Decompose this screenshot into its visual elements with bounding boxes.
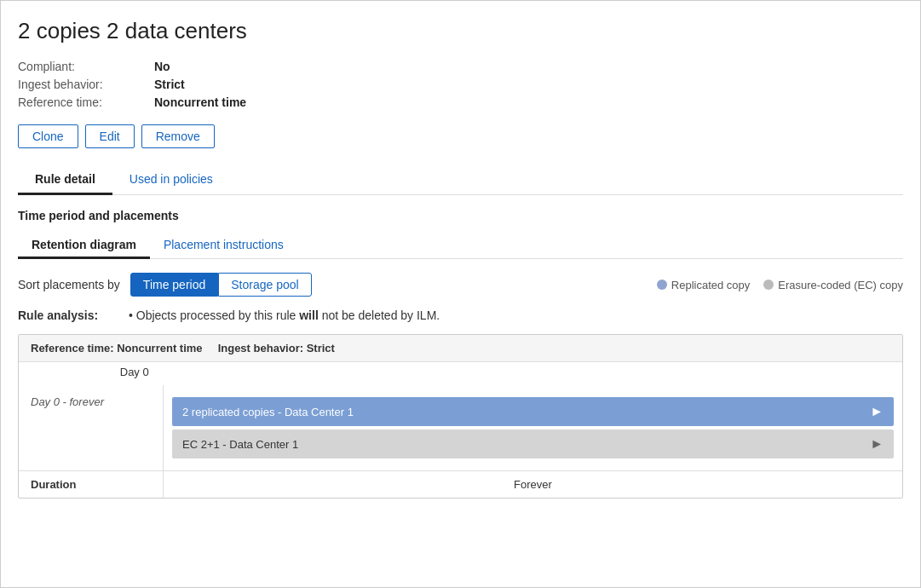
legend: Replicated copy Erasure-coded (EC) copy — [657, 279, 903, 291]
outer-tabs: Rule detail Used in policies — [18, 165, 903, 195]
placement-bar-2[interactable]: EC 2+1 - Data Center 1 ► — [172, 429, 894, 458]
rule-analysis-text: • Objects processed by this rule will no… — [129, 308, 440, 322]
sub-tab-retention[interactable]: Retention diagram — [18, 233, 150, 259]
legend-erasure: Erasure-coded (EC) copy — [763, 279, 903, 291]
ingest-value: Strict — [154, 78, 185, 91]
diagram-day-zero: Day 0 — [19, 362, 902, 385]
compliant-value: No — [154, 60, 170, 73]
legend-replicated-label: Replicated copy — [671, 279, 751, 291]
diagram-ingest-value: Strict — [307, 342, 335, 355]
diagram-placements: 2 replicated copies - Data Center 1 ► EC… — [164, 385, 902, 470]
page-title: 2 copies 2 data centers — [18, 18, 903, 44]
diagram-footer: Duration Forever — [19, 470, 902, 498]
reference-row: Reference time: Noncurrent time — [18, 95, 903, 109]
compliant-label: Compliant: — [18, 60, 154, 73]
ingest-label: Ingest behavior: — [18, 78, 154, 91]
sub-tabs: Retention diagram Placement instructions — [18, 233, 903, 259]
diagram-header: Reference time: Noncurrent time Ingest b… — [19, 335, 902, 362]
footer-duration-label: Duration — [19, 471, 164, 498]
diagram-ref-time-label: Reference time: — [31, 342, 114, 355]
footer-forever-value: Forever — [164, 471, 902, 498]
clone-button[interactable]: Clone — [18, 124, 78, 148]
diagram-container: Reference time: Noncurrent time Ingest b… — [18, 334, 903, 499]
meta-section: Compliant: No Ingest behavior: Strict Re… — [18, 60, 903, 109]
compliant-row: Compliant: No — [18, 60, 903, 73]
rule-analysis: Rule analysis: • Objects processed by th… — [18, 308, 903, 322]
action-buttons: Clone Edit Remove — [18, 124, 903, 148]
remove-button[interactable]: Remove — [141, 124, 215, 148]
diagram-period-label: Day 0 - forever — [19, 385, 164, 470]
placement-1-arrow: ► — [870, 404, 884, 419]
sort-time-period-button[interactable]: Time period — [130, 273, 218, 297]
placement-2-text: EC 2+1 - Data Center 1 — [182, 438, 298, 451]
sort-row: Sort placements by Time period Storage p… — [18, 273, 903, 297]
tab-rule-detail[interactable]: Rule detail — [18, 165, 112, 195]
legend-replicated: Replicated copy — [657, 279, 751, 291]
diagram-body: Day 0 - forever 2 replicated copies - Da… — [19, 385, 902, 470]
rule-analysis-label: Rule analysis: — [18, 308, 129, 322]
legend-erasure-icon — [763, 280, 774, 290]
legend-erasure-label: Erasure-coded (EC) copy — [778, 279, 903, 291]
sub-tab-placement[interactable]: Placement instructions — [150, 233, 297, 259]
placement-1-text: 2 replicated copies - Data Center 1 — [182, 406, 354, 418]
edit-button[interactable]: Edit — [85, 124, 135, 148]
section-time-period: Time period and placements — [18, 209, 903, 222]
tab-used-in-policies[interactable]: Used in policies — [112, 165, 230, 195]
ingest-row: Ingest behavior: Strict — [18, 78, 903, 91]
placement-2-arrow: ► — [870, 436, 884, 452]
diagram-ref-time-value: Noncurrent time — [117, 342, 202, 355]
diagram-ingest-label: Ingest behavior: — [218, 342, 303, 355]
placement-bar-1[interactable]: 2 replicated copies - Data Center 1 ► — [172, 397, 894, 426]
sort-label: Sort placements by — [18, 278, 120, 291]
legend-replicated-icon — [657, 280, 667, 290]
sort-button-group: Time period Storage pool — [130, 273, 312, 297]
sort-storage-pool-button[interactable]: Storage pool — [218, 273, 311, 297]
reference-value: Noncurrent time — [154, 95, 246, 109]
reference-label: Reference time: — [18, 95, 154, 109]
